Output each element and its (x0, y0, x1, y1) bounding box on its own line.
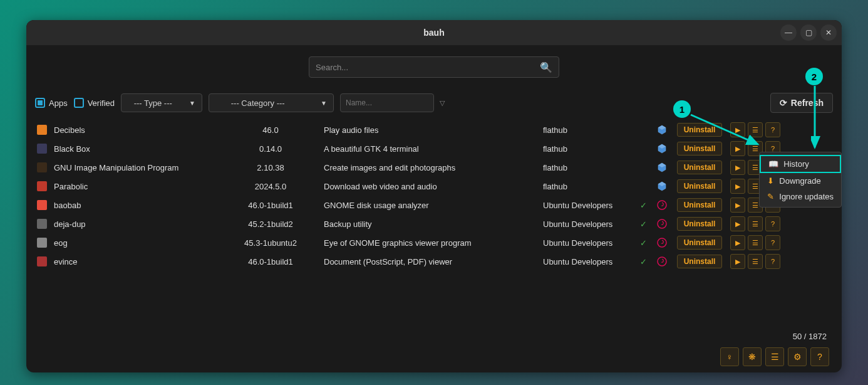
minimize-button[interactable]: — (780, 24, 797, 41)
app-version: 45.2-1build2 (217, 219, 324, 229)
more-actions-button[interactable]: ☰ (748, 254, 763, 269)
app-name: deja-dup (51, 219, 217, 229)
app-name: Parabolic (51, 182, 217, 191)
package-type-icon (653, 219, 671, 229)
app-name: Black Box (51, 144, 217, 154)
apps-checkbox-group[interactable]: Apps (35, 98, 68, 108)
annotation-arrow-2 (811, 85, 824, 154)
app-icon (33, 238, 51, 248)
action-column: Uninstall (671, 217, 728, 231)
table-row[interactable]: evince 46.0-1build1 Document (PostScript… (33, 252, 835, 271)
verified-icon: ✓ (640, 219, 653, 229)
apps-checkbox[interactable] (35, 98, 45, 108)
bottom-toolbar: ♀ ❋ ☰ ⚙ ? (33, 344, 835, 372)
about-button[interactable]: ? (810, 347, 829, 366)
info-button[interactable]: ? (765, 235, 780, 250)
table-row[interactable]: Parabolic 2024.5.0 Download web video an… (33, 177, 835, 196)
app-source: Ubuntu Developers (543, 238, 640, 248)
annotation-1: 1 (673, 100, 691, 118)
verified-checkbox[interactable] (74, 98, 84, 108)
themes-button[interactable]: ❋ (743, 347, 762, 366)
app-version: 46.0-1build1 (217, 257, 324, 266)
info-button[interactable]: ? (765, 122, 780, 137)
table-row[interactable]: eog 45.3-1ubuntu2 Eye of GNOME graphics … (33, 233, 835, 252)
uninstall-button[interactable]: Uninstall (677, 198, 723, 212)
uninstall-button[interactable]: Uninstall (677, 217, 723, 231)
verified-icon: ✓ (640, 257, 653, 266)
app-name: evince (51, 257, 217, 266)
table-row[interactable]: deja-dup 45.2-1build2 Backup utility Ubu… (33, 214, 835, 233)
titlebar: bauh — ▢ ✕ (26, 20, 842, 45)
settings-button[interactable]: ⚙ (788, 347, 807, 366)
uninstall-button[interactable]: Uninstall (677, 236, 723, 250)
app-description: A beautiful GTK 4 terminal (324, 144, 543, 154)
close-button[interactable]: ✕ (820, 24, 837, 41)
app-icon (33, 162, 51, 172)
run-button[interactable]: ▶ (730, 179, 745, 194)
package-type-icon (653, 181, 671, 191)
ignore-icon: ✎ (767, 192, 774, 201)
app-description: Create images and edit photographs (324, 163, 543, 172)
uninstall-button[interactable]: Uninstall (677, 161, 723, 174)
run-button[interactable]: ▶ (730, 198, 745, 213)
context-ignore-updates[interactable]: ✎ Ignore updates (760, 189, 841, 204)
more-actions-button[interactable]: ☰ (748, 235, 763, 250)
app-description: Backup utility (324, 219, 543, 229)
app-version: 46.0 (217, 125, 324, 135)
name-filter[interactable]: ▽ (340, 93, 434, 112)
search-icon[interactable]: 🔍 (540, 61, 552, 73)
content-area: 🔍 Apps Verified --- Type --- ▼ --- Categ… (26, 45, 842, 372)
verified-checkbox-group[interactable]: Verified (74, 98, 115, 108)
table-row[interactable]: baobab 46.0-1build1 GNOME disk usage ana… (33, 196, 835, 214)
app-name: eog (51, 238, 217, 248)
context-history[interactable]: 📖 History (760, 155, 841, 173)
search-box[interactable]: 🔍 (309, 56, 559, 78)
app-icon (33, 200, 51, 210)
uninstall-button[interactable]: Uninstall (677, 179, 723, 193)
info-button[interactable]: ? (765, 216, 780, 231)
app-description: Document (PostScript, PDF) viewer (324, 257, 543, 266)
app-description: Eye of GNOME graphics viewer program (324, 238, 543, 248)
apps-label: Apps (49, 98, 68, 108)
app-version: 2024.5.0 (217, 182, 324, 191)
app-table[interactable]: Decibels 46.0 Play audio files flathub U… (33, 120, 835, 328)
svg-line-13 (691, 115, 758, 144)
app-name: GNU Image Manipulation Program (51, 163, 217, 172)
maximize-button[interactable]: ▢ (800, 24, 817, 41)
verified-icon: ✓ (640, 201, 653, 210)
suggestions-button[interactable]: ♀ (720, 347, 739, 366)
app-window: bauh — ▢ ✕ 🔍 Apps Verified --- Type --- (26, 20, 842, 372)
type-label: --- Type --- (134, 98, 172, 108)
action-column: Uninstall (671, 161, 728, 174)
table-row[interactable]: GNU Image Manipulation Program 2.10.38 C… (33, 158, 835, 177)
app-version: 0.14.0 (217, 144, 324, 154)
more-actions-button[interactable]: ☰ (748, 216, 763, 231)
run-button[interactable]: ▶ (730, 254, 745, 269)
custom-actions-button[interactable]: ☰ (765, 347, 784, 366)
verified-icon: ✓ (640, 238, 653, 248)
annotation-2: 2 (805, 68, 823, 85)
filter-icon[interactable]: ▽ (440, 99, 445, 107)
run-button[interactable]: ▶ (730, 216, 745, 231)
category-dropdown[interactable]: --- Category --- ▼ (209, 93, 334, 112)
context-menu: 📖 History ⬇ Downgrade ✎ Ignore updates (759, 152, 842, 208)
downgrade-icon: ⬇ (767, 176, 774, 186)
run-button[interactable]: ▶ (730, 235, 745, 250)
app-source: flathub (543, 163, 640, 172)
uninstall-button[interactable]: Uninstall (677, 255, 723, 268)
app-description: Play audio files (324, 125, 543, 135)
app-name: baobab (51, 201, 217, 210)
app-version: 2.10.38 (217, 163, 324, 172)
type-dropdown[interactable]: --- Type --- ▼ (121, 93, 202, 112)
context-downgrade[interactable]: ⬇ Downgrade (760, 173, 841, 189)
name-input[interactable] (346, 98, 440, 107)
search-input[interactable] (316, 63, 540, 72)
run-button[interactable]: ▶ (730, 160, 745, 175)
info-button[interactable]: ? (765, 254, 780, 269)
app-description: Download web video and audio (324, 182, 543, 191)
app-source: flathub (543, 125, 640, 135)
app-source: flathub (543, 144, 640, 154)
action-column: Uninstall (671, 255, 728, 268)
package-type-icon (653, 256, 671, 266)
verified-label: Verified (88, 98, 115, 108)
